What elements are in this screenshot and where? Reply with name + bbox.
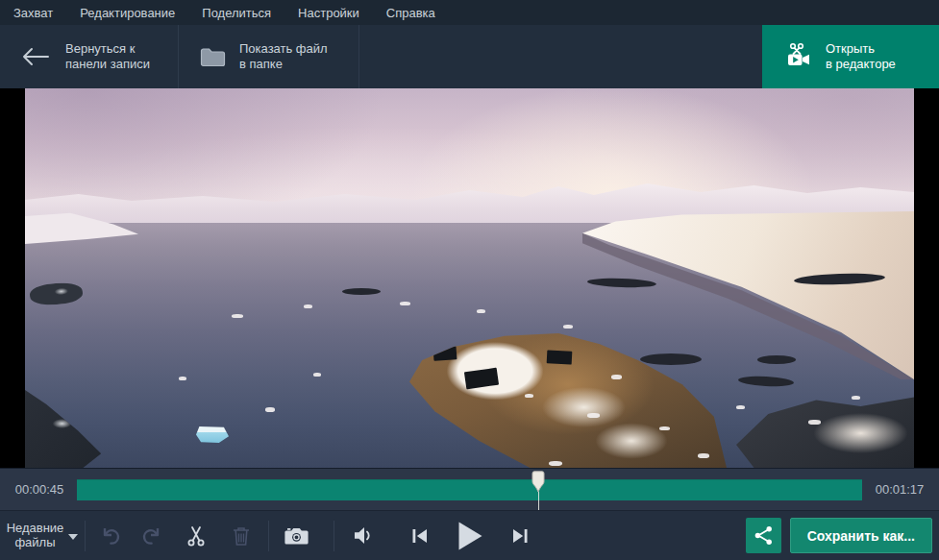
menu-capture[interactable]: Захват [13, 6, 53, 20]
volume-button[interactable] [346, 518, 382, 553]
open-in-editor-label: Открытьв редакторе [826, 41, 896, 73]
redo-icon [140, 526, 161, 546]
toolbar-divider [85, 521, 86, 551]
video-preview [25, 88, 914, 468]
redo-button[interactable] [133, 518, 168, 553]
iceberg [659, 426, 670, 430]
timeline-row: 00:00:45 00:01:17 [0, 468, 939, 510]
menu-share[interactable]: Поделиться [202, 6, 271, 20]
menu-settings[interactable]: Настройки [298, 6, 359, 20]
recent-files-button[interactable]: Недавниефайлы [0, 511, 85, 560]
caret-down-icon [68, 534, 78, 540]
trash-icon [232, 525, 251, 547]
rocky-islet [640, 353, 702, 365]
iceberg [232, 314, 243, 318]
back-button-label: Вернуться кпанели записи [65, 41, 150, 73]
open-in-editor-button[interactable]: Открытьв редакторе [762, 25, 939, 88]
iceberg [808, 420, 821, 425]
iceberg [477, 309, 485, 313]
speaker-icon [353, 526, 375, 545]
iceberg [179, 377, 186, 380]
share-icon [754, 525, 774, 546]
undo-button[interactable] [93, 518, 129, 553]
iceberg [563, 325, 573, 329]
play-button[interactable] [449, 517, 491, 555]
delete-button[interactable] [223, 518, 259, 553]
iceberg [736, 405, 745, 409]
video-stage [0, 88, 939, 468]
transport-controls [402, 517, 538, 555]
back-to-record-panel-button[interactable]: Вернуться кпанели записи [0, 25, 178, 88]
video-editor-icon [783, 42, 812, 71]
iceberg [611, 375, 622, 379]
iceberg [265, 407, 275, 412]
edit-tools-group [93, 518, 259, 553]
station-hut [547, 350, 573, 364]
skip-forward-icon [511, 528, 530, 544]
total-time-label: 00:01:17 [870, 482, 929, 497]
toolbar-divider [268, 521, 269, 551]
timeline-clip-bar[interactable] [77, 479, 862, 500]
save-as-button[interactable]: Сохранить как... [790, 518, 932, 553]
recent-files-label: Недавниефайлы [7, 522, 64, 550]
toolbar-spacer [359, 25, 762, 88]
folder-icon [200, 47, 226, 67]
cut-button[interactable] [178, 518, 213, 553]
show-in-folder-label: Показать файлв папке [239, 41, 328, 73]
menu-help[interactable]: Справка [386, 6, 435, 20]
menu-editing[interactable]: Редактирование [80, 6, 175, 20]
iceberg [587, 413, 600, 418]
toolbar: Вернуться кпанели записи Показать файлв … [0, 25, 939, 88]
scissors-icon [185, 525, 207, 547]
iceberg [852, 396, 860, 400]
playhead-line [538, 492, 539, 511]
iceberg [549, 461, 562, 466]
iceberg [304, 304, 312, 308]
back-arrow-icon [21, 47, 50, 66]
camera-icon [284, 526, 309, 546]
playhead[interactable] [531, 471, 545, 513]
play-icon [457, 521, 483, 551]
share-button[interactable] [746, 518, 781, 553]
playhead-marker-icon [531, 471, 545, 493]
rocky-islet [757, 355, 796, 364]
next-frame-button[interactable] [503, 518, 538, 553]
iceberg [525, 394, 533, 398]
current-time-label: 00:00:45 [10, 482, 69, 497]
save-share-group: Сохранить как... [746, 518, 939, 553]
iceberg [313, 373, 321, 377]
station-hut [464, 368, 499, 390]
iceberg [698, 453, 709, 458]
skip-back-icon [410, 528, 429, 544]
toolbar-divider [334, 521, 334, 551]
previous-frame-button[interactable] [402, 518, 437, 553]
rocky-islet [342, 288, 381, 295]
timeline-track[interactable] [77, 479, 862, 500]
bottom-toolbar: Недавниефайлы [0, 510, 939, 560]
menubar: Захват Редактирование Поделиться Настрой… [0, 0, 939, 25]
app-window: Захват Редактирование Поделиться Настрой… [0, 0, 939, 560]
screenshot-button[interactable] [279, 518, 314, 553]
undo-icon [101, 526, 122, 546]
iceberg [400, 302, 410, 305]
show-file-in-folder-button[interactable]: Показать файлв папке [179, 25, 358, 88]
